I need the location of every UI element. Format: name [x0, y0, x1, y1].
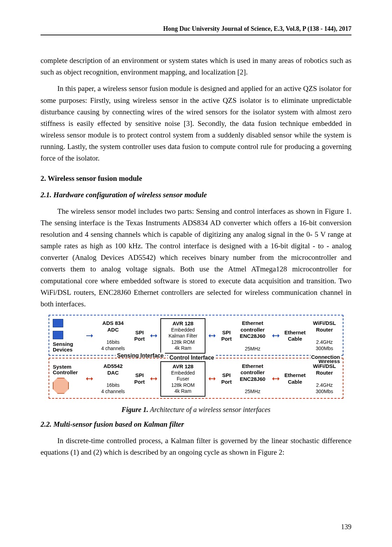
- arrow-icon: [85, 334, 94, 337]
- dac-title: AD5542: [103, 363, 123, 369]
- avr-line: 128k ROM: [171, 339, 195, 345]
- ethernet-cable-node: Ethernet Cable: [283, 372, 308, 385]
- arrow-bi-icon: [85, 377, 94, 380]
- wifi-line: Router: [316, 327, 333, 333]
- avr-line: 128k ROM: [171, 382, 195, 388]
- sensor-box-icon: [53, 319, 63, 327]
- avr-line: Embedded: [171, 370, 195, 376]
- control-left-col: System Controller: [53, 364, 83, 394]
- cable-line: Cable: [288, 379, 302, 385]
- controller-octagon-icon: [53, 378, 69, 394]
- control-interface-label: Control Interface: [168, 355, 216, 361]
- section-heading: 2. Wireless sensor fusion module: [41, 174, 351, 183]
- dac-subtitle: DAC: [107, 370, 119, 376]
- ethernet-node: Ethernet controller ENC28J60 25MHz: [236, 363, 269, 395]
- adc-bits: 16bits: [107, 339, 119, 345]
- eth-line: ENC28J60: [240, 376, 265, 382]
- paragraph: In this paper, a wireless sensor fusion …: [41, 83, 351, 164]
- sensor-box-icon: [53, 331, 63, 339]
- avr-node: AVR 128 Embedded Kalman Filter 128k ROM …: [160, 318, 205, 354]
- avr-line: Embedded: [171, 327, 195, 333]
- wifi-freq: 2.4GHz: [316, 382, 333, 388]
- eth-line: Ethernet: [242, 320, 263, 326]
- avr-node: AVR 128 Embedded Fuser 128k ROM 4k Ram: [160, 361, 205, 397]
- paragraph: complete description of an environment o…: [41, 55, 351, 78]
- cable-line: Ethernet: [284, 329, 306, 335]
- spi-label: SPI: [222, 329, 231, 335]
- wifi-speed: 300Mbs: [316, 389, 333, 394]
- figure-caption-lead: Figure 1.: [122, 406, 148, 413]
- arrow-bi-icon: [271, 377, 280, 380]
- eth-line: controller: [240, 327, 264, 333]
- page: Hong Duc University Journal of Science, …: [0, 0, 392, 547]
- eth-freq: 25MHz: [245, 346, 260, 351]
- architecture-diagram: Sensing Interface Wireless Sensing Devic…: [49, 315, 343, 401]
- spi-label: SPI: [135, 372, 144, 378]
- port-label: Port: [134, 336, 145, 342]
- wifi-line: WiFi/DSL: [313, 320, 336, 326]
- wifi-line: Router: [316, 370, 333, 376]
- arrow-bi-icon: [149, 334, 158, 337]
- subsection-heading: 2.2. Multi-sensor fusion based on Kalman…: [41, 420, 351, 429]
- running-head: Hong Duc University Journal of Science, …: [41, 25, 351, 35]
- paragraph: In discrete-time controlled process, a K…: [41, 435, 351, 458]
- figure-caption-title: Architecture of a wireless sensor interf…: [148, 406, 271, 413]
- spi-port-node: SPI Port: [219, 372, 234, 385]
- port-label: Port: [221, 336, 232, 342]
- adc-subtitle: ADC: [107, 327, 119, 333]
- arrow-bi-icon: [271, 334, 280, 337]
- avr-title: AVR 128: [173, 363, 194, 369]
- spi-port-node: SPI Port: [219, 329, 234, 343]
- control-interface-box: Control Interface Connection System Cont…: [49, 358, 343, 399]
- wifi-line: WiFi/DSL: [313, 363, 336, 369]
- sensing-devices-icon: [53, 319, 63, 339]
- wifi-speed: 300Mbs: [316, 346, 333, 351]
- dac-node: AD5542 DAC 16bits 4 channels: [96, 363, 130, 395]
- figure-1-caption: Figure 1. Architecture of a wireless sen…: [41, 406, 351, 414]
- spi-port-node: SPI Port: [132, 372, 147, 385]
- figure-1: Sensing Interface Wireless Sensing Devic…: [41, 315, 351, 401]
- sensing-devices-label: Sensing Devices: [53, 341, 83, 353]
- wifi-router-node: WiFi/DSL Router 2.4GHz 300Mbs: [310, 320, 339, 351]
- eth-freq: 25MHz: [245, 389, 260, 394]
- body-text: complete description of an environment o…: [41, 55, 351, 458]
- arrow-bi-icon: [149, 377, 158, 380]
- wireless-label-bottom: Connection: [311, 354, 341, 360]
- avr-line: Kalman Filter: [168, 333, 197, 339]
- spi-label: SPI: [135, 329, 144, 335]
- spi-label: SPI: [222, 372, 231, 378]
- spi-port-node: SPI Port: [132, 329, 147, 343]
- arrow-bi-icon: [208, 377, 217, 380]
- cable-line: Ethernet: [284, 372, 306, 378]
- dac-bits: 16bits: [107, 382, 119, 388]
- cable-line: Cable: [288, 336, 302, 342]
- system-controller-label: System Controller: [53, 364, 83, 376]
- avr-line: 4k Ram: [175, 388, 191, 394]
- avr-line: 4k Ram: [175, 345, 191, 351]
- eth-line: ENC28J60: [240, 333, 265, 339]
- page-number: 139: [341, 523, 351, 531]
- eth-line: Ethernet: [242, 363, 263, 369]
- sensing-interface-box: Sensing Interface Wireless Sensing Devic…: [49, 315, 343, 356]
- sensing-left-col: Sensing Devices: [53, 319, 83, 353]
- ethernet-cable-node: Ethernet Cable: [283, 329, 308, 343]
- wifi-freq: 2.4GHz: [316, 339, 333, 345]
- arrow-bi-icon: [208, 334, 217, 337]
- adc-channels: 4 channels: [101, 346, 125, 351]
- port-label: Port: [221, 379, 232, 385]
- ethernet-node: Ethernet controller ENC28J60 25MHz: [236, 320, 269, 352]
- adc-title: ADS 834: [102, 320, 124, 326]
- sensing-row: Sensing Devices ADS 834 ADC 16bits 4 cha…: [53, 318, 339, 354]
- control-row: System Controller AD5542 DAC 16bits 4 ch…: [53, 361, 339, 397]
- avr-line: Fuser: [177, 376, 189, 382]
- dac-channels: 4 channels: [101, 389, 125, 394]
- adc-node: ADS 834 ADC 16bits 4 channels: [96, 320, 130, 351]
- paragraph: The wireless sensor model includes two p…: [41, 206, 351, 310]
- port-label: Port: [134, 379, 145, 385]
- avr-title: AVR 128: [173, 320, 194, 326]
- eth-line: controller: [240, 369, 264, 375]
- wifi-router-node: WiFi/DSL Router 2.4GHz 300Mbs: [310, 363, 339, 395]
- subsection-heading: 2.1. Hardware configuration of wireless …: [41, 191, 351, 199]
